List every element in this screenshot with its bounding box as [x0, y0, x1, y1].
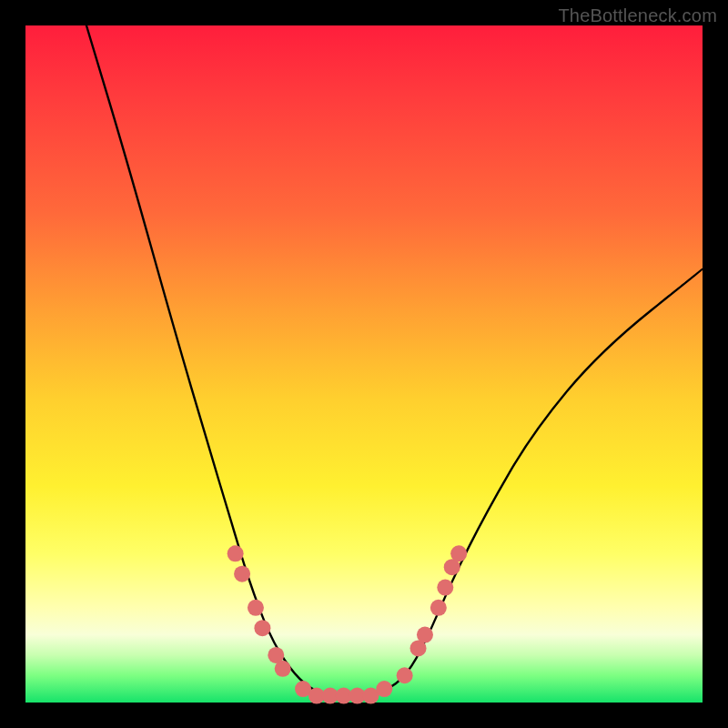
marker-group [228, 545, 468, 703]
chart-frame: TheBottleneck.com [0, 0, 728, 728]
marker-dot [376, 681, 392, 697]
marker-dot [417, 627, 433, 643]
marker-dot [430, 600, 447, 616]
bottleneck-curve [86, 25, 703, 696]
plot-area [25, 25, 703, 703]
marker-dot [450, 545, 467, 561]
curve-svg [25, 25, 703, 703]
marker-dot [397, 667, 413, 683]
marker-dot [228, 545, 244, 561]
marker-dot [254, 620, 270, 636]
marker-dot [437, 580, 453, 596]
marker-dot [275, 661, 291, 677]
watermark-text: TheBottleneck.com [558, 5, 717, 26]
marker-dot [234, 566, 250, 582]
marker-dot [248, 600, 264, 616]
